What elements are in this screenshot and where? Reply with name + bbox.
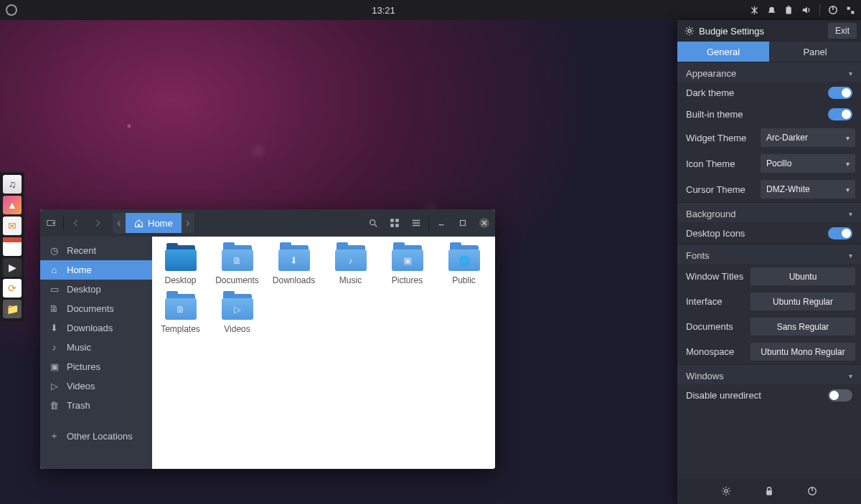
window-titles-font-button[interactable]: Ubuntu [751,267,855,285]
dock-music-app[interactable]: ♫ [3,175,22,194]
dock-mail-app[interactable]: ✉ [3,217,22,235]
fm-back-button[interactable] [65,209,87,237]
trash-icon: 🗑 [49,400,60,411]
window-close-button[interactable] [474,209,495,237]
power-icon[interactable] [828,5,838,15]
sidebar-item-recent[interactable]: ◷Recent [40,241,152,260]
bluetooth-icon[interactable] [750,6,759,15]
svg-rect-1 [788,6,789,7]
chevron-down-icon: ▾ [846,134,850,142]
notifications-icon[interactable] [767,6,776,15]
monospace-font-button[interactable]: Ubuntu Mono Regular [751,343,855,361]
top-panel: 13:21 [0,0,861,20]
interface-font-button[interactable]: Ubuntu Regular [751,293,855,310]
svg-rect-0 [786,6,791,14]
breadcrumb-home[interactable]: Home [126,213,182,233]
folder-desktop[interactable]: Desktop [152,245,209,285]
svg-point-21 [725,490,728,493]
document-icon: 🗎 [49,303,60,314]
window-minimize-button[interactable] [430,209,452,237]
sidebar-item-downloads[interactable]: ⬇Downloads [40,318,152,338]
folder-templates[interactable]: 🗎Templates [152,294,209,334]
sidebar-item-documents[interactable]: 🗎Documents [40,299,152,318]
widget-theme-combo[interactable]: Arc-Darker▾ [761,128,855,147]
folder-icon: 🗎 [222,245,253,271]
fm-forward-button[interactable] [87,209,108,237]
fm-grid-view-button[interactable] [384,209,405,237]
section-background[interactable]: Background▾ [677,202,861,222]
breadcrumb-next-icon[interactable]: › [182,213,194,233]
row-window-titles-font: Window TitlesUbuntu [677,264,861,289]
svg-rect-4 [847,6,850,9]
videos-icon: ▷ [49,381,60,391]
dock-video-app[interactable]: ▶ [3,258,22,277]
dock-calendar-app[interactable] [3,237,22,256]
svg-rect-22 [767,490,772,495]
sidebar-item-home[interactable]: ⌂Home [40,260,152,280]
dock-photos-app[interactable]: ▲ [3,196,22,214]
row-interface-font: InterfaceUbuntu Regular [677,289,861,314]
fm-sidebar: ◷Recent ⌂Home ▭Desktop 🗎Documents ⬇Downl… [40,237,152,469]
breadcrumb-label: Home [148,218,173,229]
fm-search-button[interactable] [362,209,384,237]
svg-point-20 [688,29,691,32]
icon-theme-combo[interactable]: Pocillo▾ [761,154,855,173]
fm-content-area[interactable]: Desktop 🗎Documents ⬇Downloads ♪Music ▣Pi… [152,237,495,469]
sidebar-item-other-locations[interactable]: ＋Other Locations [40,425,152,447]
section-appearance[interactable]: Appearance▾ [677,62,861,82]
volume-icon[interactable] [801,5,811,15]
section-windows[interactable]: Windows▾ [677,364,861,384]
svg-rect-13 [396,224,399,227]
desktop-icons-toggle[interactable] [828,227,852,239]
svg-point-7 [53,222,55,224]
sidebar-item-videos[interactable]: ▷Videos [40,376,152,396]
download-icon: ⬇ [49,323,60,333]
settings-footer [677,478,861,504]
chevron-down-icon: ▾ [849,210,852,218]
folder-public[interactable]: 🌐Public [436,245,492,285]
sidebar-item-trash[interactable]: 🗑Trash [40,396,152,415]
breadcrumb-prev-icon[interactable]: ‹ [113,213,126,233]
home-icon [134,219,144,228]
folder-music[interactable]: ♪Music [322,245,379,285]
folder-documents[interactable]: 🗎Documents [209,245,265,285]
svg-rect-5 [851,11,854,14]
svg-rect-11 [396,219,399,222]
fm-menu-button[interactable] [405,209,427,237]
dock-update-app[interactable]: ⟳ [3,279,22,298]
builtin-theme-toggle[interactable] [828,108,852,120]
svg-point-8 [370,220,375,225]
section-fonts[interactable]: Fonts▾ [677,244,861,264]
sidebar-item-desktop[interactable]: ▭Desktop [40,280,152,299]
footer-lock-icon[interactable] [764,486,774,496]
raven-toggle-icon[interactable] [846,6,855,15]
desktop-icon: ▭ [49,284,60,295]
battery-icon[interactable] [784,6,794,15]
tab-panel[interactable]: Panel [769,42,861,62]
sidebar-item-pictures[interactable]: ▣Pictures [40,357,152,376]
panel-clock[interactable]: 13:21 [17,5,750,16]
fm-drive-button[interactable] [40,209,62,237]
documents-font-button[interactable]: Sans Regular [751,318,855,336]
row-widget-theme: Widget ThemeArc-Darker▾ [677,125,861,151]
svg-rect-18 [461,221,466,226]
window-maximize-button[interactable] [452,209,474,237]
dock-files-app[interactable]: 📁 [3,300,22,318]
folder-icon: ⬇ [278,245,310,271]
folder-videos[interactable]: ▷Videos [209,294,265,334]
footer-power-icon[interactable] [807,486,817,496]
row-dark-theme: Dark theme [677,82,861,103]
dark-theme-toggle[interactable] [828,87,852,99]
exit-button[interactable]: Exit [828,23,857,39]
footer-gear-icon[interactable] [721,486,731,496]
budgie-menu-icon[interactable] [6,4,17,16]
svg-line-9 [375,224,377,227]
folder-downloads[interactable]: ⬇Downloads [265,245,322,285]
folder-pictures[interactable]: ▣Pictures [379,245,436,285]
chevron-down-icon: ▾ [849,252,852,260]
cursor-theme-combo[interactable]: DMZ-White▾ [761,180,855,199]
sidebar-item-music[interactable]: ♪Music [40,338,152,357]
folder-icon: ♪ [335,245,367,271]
disable-unredirect-toggle[interactable] [828,389,852,401]
tab-general[interactable]: General [677,42,769,62]
